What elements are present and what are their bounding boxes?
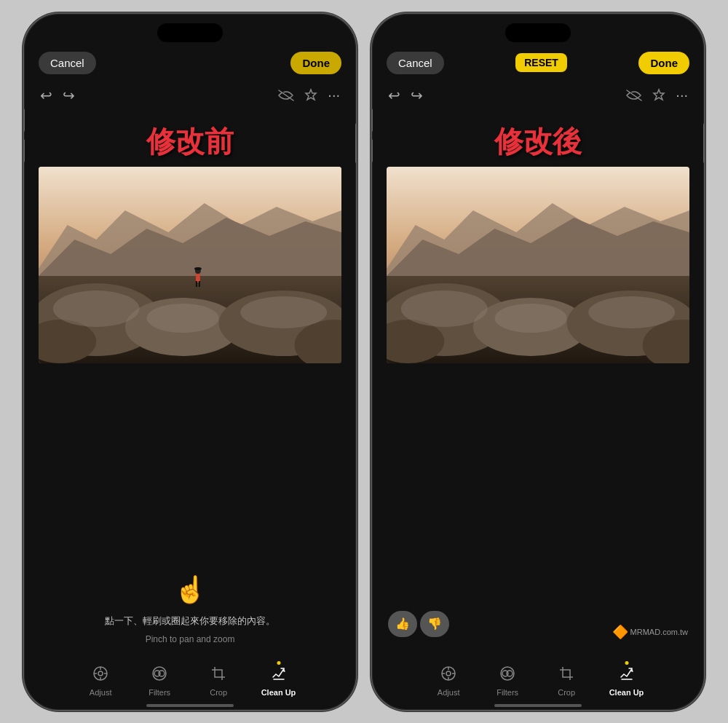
svg-rect-16	[199, 281, 200, 287]
bottom-toolbar-after: Adjust Filters	[372, 661, 704, 701]
crop-label-after: Crop	[558, 688, 575, 697]
dynamic-island-after	[505, 23, 571, 42]
svg-point-36	[495, 304, 567, 333]
star-icon[interactable]	[304, 87, 317, 103]
after-title: 修改後	[372, 122, 704, 162]
top-bar-before: Cancel Done	[24, 52, 356, 74]
photo-after	[387, 167, 689, 363]
cleanup-label-before: Clean Up	[261, 688, 296, 697]
phone-before: Cancel Done ↩ ↪ ···	[23, 12, 357, 711]
gesture-area: ☝️ 點一下、輕刷或圈起來你要移除的內容。 Pinch to pan and z…	[24, 574, 356, 644]
svg-rect-15	[196, 281, 197, 287]
thumbs-up-icon: 👍	[395, 617, 410, 631]
svg-point-35	[401, 291, 488, 327]
gesture-icon: ☝️	[174, 574, 207, 605]
eye-slash-icon[interactable]	[278, 87, 294, 103]
svg-point-25	[159, 671, 165, 676]
watermark-logo: 🔶 MRMAD.com.tw	[612, 624, 688, 640]
redo-icon-after[interactable]: ↪	[411, 87, 423, 104]
instruction-main: 點一下、輕刷或圈起來你要移除的內容。	[105, 614, 275, 628]
adjust-label-before: Adjust	[90, 688, 112, 697]
filters-label-after: Filters	[496, 688, 518, 697]
filters-icon-before	[151, 665, 167, 686]
dynamic-island	[157, 23, 223, 42]
watermark: 🔶 MRMAD.com.tw	[612, 624, 688, 640]
crop-icon-before	[210, 665, 226, 686]
done-button-after[interactable]: Done	[638, 52, 689, 74]
top-bar-after: Cancel RESET Done	[372, 52, 704, 74]
svg-point-37	[588, 296, 675, 328]
phones-container: Cancel Done ↩ ↪ ···	[23, 12, 705, 711]
active-dot-after	[625, 661, 628, 665]
bottom-toolbar-before: Adjust Filters	[24, 661, 356, 701]
icons-row-before: ↩ ↪ ···	[24, 87, 356, 104]
view-options-group-after: ···	[626, 87, 688, 103]
crop-icon-after	[558, 665, 574, 686]
svg-point-9	[53, 291, 140, 327]
more-icon-after[interactable]: ···	[676, 87, 688, 103]
filters-icon-after	[499, 665, 515, 686]
thumbs-up-button[interactable]: 👍	[388, 611, 417, 637]
home-indicator-after	[494, 704, 582, 707]
logo-icon: 🔶	[612, 624, 628, 640]
tool-filters-before[interactable]: Filters	[143, 665, 176, 697]
icons-row-after: ↩ ↪ ···	[372, 87, 704, 104]
tool-filters-after[interactable]: Filters	[491, 665, 524, 697]
star-icon-after[interactable]	[652, 87, 665, 103]
cleanup-label-after: Clean Up	[609, 688, 644, 697]
view-options-group: ···	[278, 87, 340, 103]
tool-cleanup-after[interactable]: Clean Up	[609, 665, 644, 697]
instruction-sub: Pinch to pan and zoom	[146, 634, 235, 644]
crop-label-before: Crop	[210, 688, 227, 697]
feedback-area: 👍 👎	[388, 611, 449, 637]
tool-adjust-before[interactable]: Adjust	[84, 665, 117, 697]
more-icon[interactable]: ···	[328, 87, 340, 103]
cancel-button-before[interactable]: Cancel	[39, 52, 96, 74]
undo-redo-group-after: ↩ ↪	[388, 87, 423, 104]
adjust-label-after: Adjust	[438, 688, 460, 697]
undo-icon-after[interactable]: ↩	[388, 87, 400, 104]
svg-point-22	[98, 671, 103, 676]
svg-point-10	[147, 304, 219, 333]
svg-point-11	[240, 296, 327, 328]
before-title: 修改前	[24, 122, 356, 162]
phone-after: Cancel RESET Done ↩ ↪	[371, 12, 705, 711]
tool-crop-before[interactable]: Crop	[202, 665, 235, 697]
reset-button-after[interactable]: RESET	[515, 53, 567, 72]
thumbs-down-icon: 👎	[427, 617, 442, 631]
tool-cleanup-before[interactable]: Clean Up	[261, 665, 296, 697]
done-button-before[interactable]: Done	[290, 52, 341, 74]
photo-before	[39, 167, 341, 363]
svg-rect-12	[196, 272, 200, 283]
adjust-icon-before	[92, 665, 108, 686]
undo-icon[interactable]: ↩	[40, 87, 52, 104]
redo-icon[interactable]: ↪	[63, 87, 75, 104]
eye-slash-icon-after[interactable]	[626, 87, 642, 103]
cleanup-icon-after	[619, 665, 635, 686]
svg-point-43	[446, 671, 451, 676]
mountains-before	[39, 167, 341, 363]
thumbs-down-button[interactable]: 👎	[420, 611, 449, 637]
mountains-after	[387, 167, 689, 363]
tool-adjust-after[interactable]: Adjust	[432, 665, 465, 697]
svg-point-14	[194, 267, 202, 270]
active-dot-before	[277, 661, 280, 665]
home-indicator-before	[146, 704, 234, 707]
watermark-text: MRMAD.com.tw	[630, 628, 688, 636]
filters-label-before: Filters	[149, 688, 170, 697]
svg-point-46	[507, 671, 513, 676]
cancel-button-after[interactable]: Cancel	[387, 52, 444, 74]
cleanup-icon-before	[271, 665, 287, 686]
adjust-icon-after	[440, 665, 456, 686]
undo-redo-group: ↩ ↪	[40, 87, 75, 104]
tool-crop-after[interactable]: Crop	[550, 665, 583, 697]
